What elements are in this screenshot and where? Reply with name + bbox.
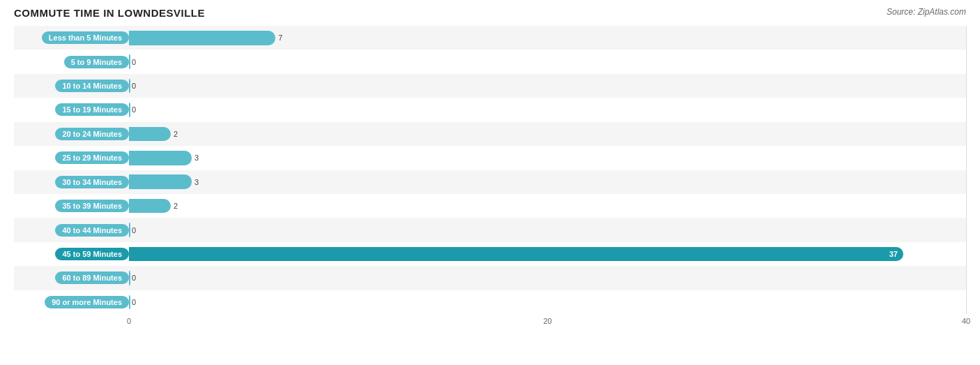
bar-area: 3 [129, 170, 966, 194]
bar-area: 3 [129, 146, 966, 170]
bar-value: 2 [174, 202, 178, 210]
row-label-box: 45 to 59 Minutes [14, 248, 129, 260]
chart-container: COMMUTE TIME IN LOWNDESVILLE Source: Zip… [0, 0, 980, 365]
bar-row: 5 to 9 Minutes0 [14, 50, 966, 73]
x-axis-tick: 0 [127, 317, 131, 325]
bar-value: 0 [132, 58, 136, 66]
grid-line [966, 26, 967, 314]
row-label-box: 90 or more Minutes [14, 296, 129, 308]
bar-value: 3 [194, 178, 199, 186]
bar-label-pill: Less than 5 Minutes [42, 31, 129, 44]
bar-area: 2 [129, 194, 966, 218]
bar-value: 0 [132, 226, 136, 234]
row-label-box: 30 to 34 Minutes [14, 176, 129, 188]
bar-label-pill: 60 to 89 Minutes [55, 271, 129, 284]
bar-fill [129, 103, 130, 117]
row-label-box: 35 to 39 Minutes [14, 200, 129, 212]
bar-area: 0 [129, 218, 966, 241]
bar-label-pill: 20 to 24 Minutes [55, 128, 129, 140]
bar-label-pill: 10 to 14 Minutes [55, 80, 129, 92]
bar-row: 45 to 59 Minutes37 [14, 242, 966, 266]
bar-fill [129, 199, 171, 214]
bar-area: 0 [129, 290, 966, 314]
bar-value: 0 [132, 274, 136, 282]
row-label-box: 15 to 19 Minutes [14, 103, 129, 116]
bar-label-pill: 35 to 39 Minutes [55, 200, 129, 212]
bar-area: 0 [129, 266, 966, 290]
bar-row: 40 to 44 Minutes0 [14, 218, 966, 241]
bar-label-pill: 5 to 9 Minutes [64, 56, 129, 68]
bar-fill [129, 79, 130, 94]
bar-area: 0 [129, 50, 966, 73]
x-axis-tick: 40 [962, 317, 970, 325]
bar-row: 15 to 19 Minutes0 [14, 98, 966, 121]
bar-row: 25 to 29 Minutes3 [14, 146, 966, 170]
bar-fill [129, 127, 171, 142]
row-label-box: 60 to 89 Minutes [14, 271, 129, 284]
bar-area: 37 [129, 242, 966, 266]
x-axis-tick: 20 [543, 317, 551, 325]
bar-area: 0 [129, 98, 966, 121]
row-label-box: 5 to 9 Minutes [14, 56, 129, 68]
bar-value: 0 [132, 105, 136, 114]
bar-row: 20 to 24 Minutes2 [14, 122, 966, 146]
chart-source: Source: ZipAtlas.com [887, 7, 966, 17]
row-label-box: Less than 5 Minutes [14, 31, 129, 44]
bar-label-pill: 25 to 29 Minutes [55, 151, 129, 164]
row-label-box: 25 to 29 Minutes [14, 151, 129, 164]
bar-row: Less than 5 Minutes7 [14, 26, 966, 50]
bar-label-pill: 45 to 59 Minutes [55, 248, 129, 260]
bar-label-pill: 30 to 34 Minutes [55, 176, 129, 188]
bar-fill [129, 271, 130, 285]
bar-row: 30 to 34 Minutes3 [14, 170, 966, 194]
bar-fill [129, 174, 192, 189]
bar-area: 2 [129, 122, 966, 146]
chart-header: COMMUTE TIME IN LOWNDESVILLE Source: Zip… [14, 7, 966, 19]
bar-fill [129, 54, 130, 69]
bar-fill [129, 223, 130, 237]
bar-row: 35 to 39 Minutes2 [14, 194, 966, 218]
bar-row: 10 to 14 Minutes0 [14, 74, 966, 98]
bar-value: 2 [174, 130, 178, 138]
bar-row: 90 or more Minutes0 [14, 290, 966, 314]
bar-label-pill: 40 to 44 Minutes [55, 224, 129, 237]
bar-area: 7 [129, 26, 966, 50]
bar-fill: 37 [129, 247, 903, 262]
bar-row: 60 to 89 Minutes0 [14, 266, 966, 290]
row-label-box: 20 to 24 Minutes [14, 128, 129, 140]
bar-label-pill: 90 or more Minutes [45, 296, 129, 308]
bar-value: 0 [132, 298, 136, 306]
bar-value: 7 [278, 33, 282, 42]
bar-label-pill: 15 to 19 Minutes [55, 103, 129, 116]
bar-fill [129, 31, 275, 45]
bar-fill [129, 295, 130, 310]
bar-fill [129, 151, 192, 165]
row-label-box: 40 to 44 Minutes [14, 224, 129, 237]
bar-value: 3 [194, 154, 199, 162]
x-axis: 02040 [129, 314, 966, 329]
row-label-box: 10 to 14 Minutes [14, 80, 129, 92]
bar-value: 0 [132, 82, 136, 90]
bar-area: 0 [129, 74, 966, 98]
bars-container: Less than 5 Minutes75 to 9 Minutes010 to… [14, 26, 966, 314]
bar-value: 37 [889, 250, 898, 258]
chart-title: COMMUTE TIME IN LOWNDESVILLE [14, 7, 205, 19]
